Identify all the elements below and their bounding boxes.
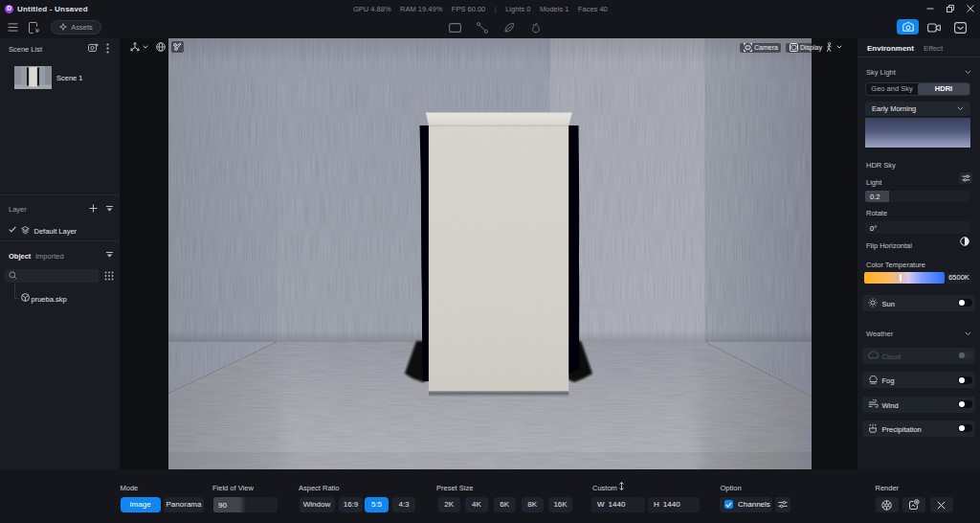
mode-label: Mode bbox=[121, 484, 139, 492]
render-queue-button[interactable] bbox=[954, 22, 967, 34]
main-menu-button[interactable] bbox=[8, 23, 18, 32]
render-video-tab-button[interactable] bbox=[927, 22, 941, 34]
walk-mode-dropdown[interactable] bbox=[825, 42, 842, 53]
hdri-preset-select[interactable]: Early Morning bbox=[865, 102, 970, 116]
viewport-left-gutter bbox=[120, 38, 168, 469]
render-button[interactable] bbox=[876, 497, 899, 512]
color-temperature-handle[interactable] bbox=[900, 274, 902, 283]
gizmo-mode-dropdown[interactable] bbox=[129, 41, 148, 53]
camera-view-button[interactable]: Camera bbox=[740, 43, 781, 54]
checkmark-icon bbox=[9, 226, 16, 233]
x-icon bbox=[937, 501, 946, 510]
restore-button[interactable] bbox=[940, 0, 960, 17]
precipitation-icon bbox=[868, 423, 878, 433]
object-item-label[interactable]: prueba.skp bbox=[32, 295, 67, 304]
tree-guide-line bbox=[14, 284, 15, 298]
collapse-object-button[interactable] bbox=[106, 252, 113, 258]
render-image-tab-button[interactable] bbox=[897, 19, 919, 35]
color-temperature-slider[interactable] bbox=[864, 272, 945, 284]
globe-button[interactable] bbox=[156, 42, 166, 52]
hdri-preview-image[interactable] bbox=[865, 118, 970, 148]
line-tool-icon[interactable] bbox=[477, 22, 488, 34]
section-tool-button[interactable] bbox=[171, 41, 184, 54]
leaf-tool-icon[interactable] bbox=[503, 22, 515, 34]
ram-stat: RAM 19.49% bbox=[400, 5, 442, 13]
weather-collapse-button[interactable] bbox=[965, 331, 971, 336]
mode-image-button[interactable]: Image bbox=[121, 497, 161, 513]
viewport-3d[interactable] bbox=[168, 38, 812, 469]
aspect-16-9-button[interactable]: 16:9 bbox=[339, 497, 363, 513]
sun-row: Sun bbox=[862, 295, 975, 311]
color-temperature-value: 6500K bbox=[947, 272, 971, 284]
preset-16k-button[interactable]: 16K bbox=[548, 497, 572, 513]
scene-thumbnail[interactable] bbox=[14, 66, 52, 89]
link-wh-button[interactable] bbox=[618, 482, 625, 490]
preset-6k-button[interactable]: 6K bbox=[494, 497, 517, 513]
object-view-grid-button[interactable] bbox=[104, 271, 114, 281]
tab-effect[interactable]: Effect bbox=[924, 44, 943, 53]
preset-8k-button[interactable]: 8K bbox=[522, 497, 545, 513]
channels-option[interactable]: Channels bbox=[720, 497, 772, 513]
geo-and-sky-option[interactable]: Geo and Sky bbox=[866, 83, 918, 96]
object-header: Object bbox=[9, 252, 31, 261]
object-search-input[interactable] bbox=[5, 269, 99, 283]
wind-row: Wind bbox=[862, 397, 975, 413]
tab-environment[interactable]: Environment bbox=[867, 44, 914, 53]
aspect-window-button[interactable]: Window bbox=[300, 497, 335, 513]
flame-tool-icon[interactable] bbox=[530, 22, 541, 34]
cloud-row: Cloud bbox=[862, 348, 975, 364]
rect-tool-icon[interactable] bbox=[449, 23, 461, 33]
flip-horizontal-button[interactable] bbox=[960, 237, 969, 246]
mode-panorama-button[interactable]: Panorama bbox=[164, 497, 204, 513]
wind-toggle[interactable] bbox=[958, 400, 972, 408]
add-layer-button[interactable] bbox=[89, 204, 98, 213]
custom-height-input[interactable]: H1440 bbox=[648, 497, 700, 513]
rotate-label: Rotate bbox=[866, 209, 887, 217]
object-filter-label[interactable]: Imported bbox=[35, 252, 64, 261]
scene-list-menu-button[interactable] bbox=[106, 43, 109, 54]
preset-4k-button[interactable]: 4K bbox=[465, 497, 488, 513]
light-value: 0.2 bbox=[870, 193, 880, 201]
toggle-knob bbox=[959, 425, 965, 431]
default-layer-label[interactable]: Default Layer bbox=[34, 227, 78, 236]
collapse-layer-button[interactable] bbox=[106, 206, 113, 212]
render-close-button[interactable] bbox=[930, 497, 953, 512]
sun-toggle[interactable] bbox=[958, 299, 972, 307]
scene-item-label[interactable]: Scene 1 bbox=[56, 74, 83, 82]
display-options-button[interactable]: Display bbox=[786, 43, 821, 54]
render-queue-add-button[interactable] bbox=[902, 497, 925, 512]
cloud-label: Cloud bbox=[882, 352, 902, 361]
sky-light-collapse-button[interactable] bbox=[965, 70, 971, 75]
channels-checkbox[interactable] bbox=[724, 500, 733, 509]
aspect-4-3-button[interactable]: 4:3 bbox=[392, 497, 415, 513]
toggle-knob bbox=[959, 377, 965, 383]
channels-label: Channels bbox=[738, 500, 770, 509]
assets-button[interactable]: Assets bbox=[51, 20, 101, 34]
toggle-knob bbox=[959, 401, 965, 407]
light-slider[interactable]: 0.2 bbox=[865, 191, 970, 203]
hdri-option[interactable]: HDRI bbox=[918, 83, 969, 96]
custom-width-input[interactable]: W1440 bbox=[591, 497, 645, 513]
titlebar: D Untitled - Unsaved GPU 4.88% RAM 19.49… bbox=[0, 0, 980, 17]
wind-icon bbox=[868, 399, 879, 408]
fov-input[interactable]: 90 bbox=[213, 497, 278, 513]
chevron-down-icon bbox=[143, 45, 148, 49]
minimize-button[interactable] bbox=[920, 0, 940, 17]
minimize-icon bbox=[926, 5, 934, 12]
photo-camera-icon bbox=[902, 22, 914, 32]
add-scene-button[interactable] bbox=[88, 43, 99, 52]
light-advanced-button[interactable] bbox=[959, 172, 972, 184]
panel-divider bbox=[858, 57, 980, 57]
cloud-icon bbox=[868, 351, 879, 359]
precipitation-toggle[interactable] bbox=[958, 424, 972, 432]
width-prefix: W bbox=[597, 500, 605, 509]
layer-visibility-icon[interactable] bbox=[21, 226, 30, 235]
cloud-toggle[interactable] bbox=[958, 352, 972, 359]
fog-toggle[interactable] bbox=[958, 376, 972, 384]
import-button[interactable] bbox=[29, 22, 39, 34]
option-settings-button[interactable] bbox=[775, 497, 791, 513]
preset-2k-button[interactable]: 2K bbox=[438, 497, 461, 513]
close-button[interactable] bbox=[960, 0, 980, 17]
aspect-5-5-button[interactable]: 5:5 bbox=[365, 497, 389, 513]
rotate-slider[interactable]: 0° bbox=[865, 221, 970, 234]
